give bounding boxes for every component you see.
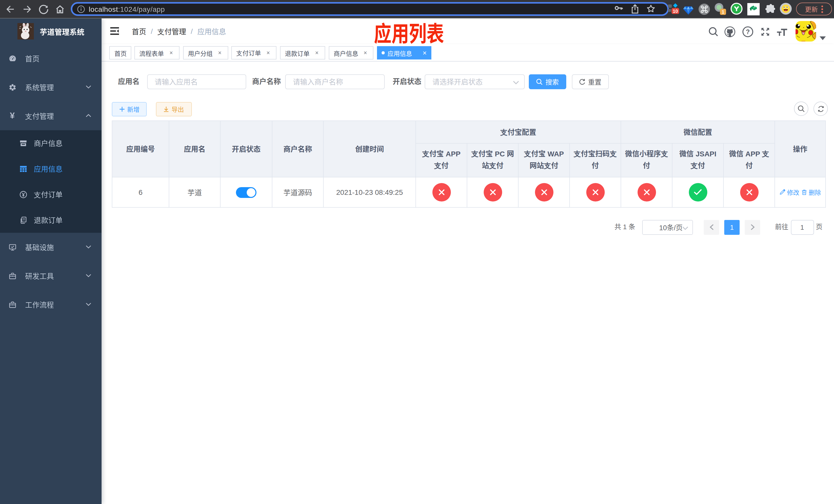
svg-text:?: ? xyxy=(746,28,750,36)
svg-text:1: 1 xyxy=(722,9,724,14)
svg-text:10: 10 xyxy=(673,8,678,14)
